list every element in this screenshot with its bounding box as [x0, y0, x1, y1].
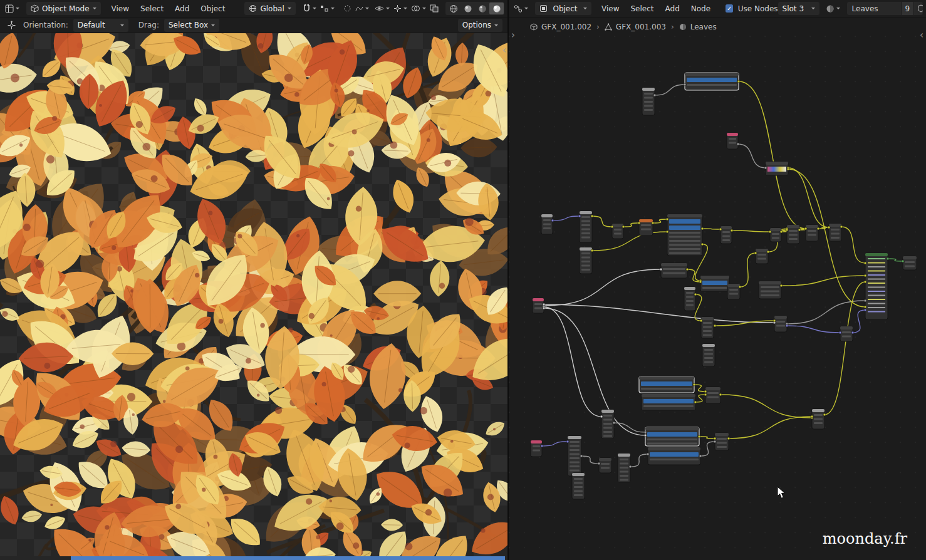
- shader-node[interactable]: [580, 247, 592, 274]
- shader-node[interactable]: [759, 281, 781, 299]
- shader-node[interactable]: [642, 88, 655, 115]
- shader-node[interactable]: [787, 225, 799, 244]
- transform-orientation-dropdown[interactable]: Global: [244, 2, 295, 15]
- xray-toggle[interactable]: [428, 2, 440, 15]
- shader-node[interactable]: [618, 454, 630, 482]
- shader-node[interactable]: [766, 162, 788, 175]
- shader-node[interactable]: [642, 394, 695, 410]
- shader-node[interactable]: [599, 458, 611, 473]
- menu-view[interactable]: View: [596, 3, 625, 15]
- menu-view[interactable]: View: [106, 3, 135, 15]
- material-name-field[interactable]: Leaves: [847, 2, 901, 15]
- shader-node[interactable]: [601, 410, 614, 438]
- shader-node[interactable]: [715, 433, 729, 450]
- menu-select[interactable]: Select: [625, 3, 659, 15]
- menu-add[interactable]: Add: [660, 3, 685, 15]
- shader-node[interactable]: [639, 376, 694, 393]
- orientation-label: Orientation:: [23, 21, 68, 29]
- shader-node[interactable]: [533, 298, 544, 313]
- shading-rendered-button[interactable]: [489, 3, 504, 14]
- shader-node[interactable]: [568, 436, 581, 476]
- shader-node[interactable]: [667, 214, 702, 256]
- options-dropdown[interactable]: Options: [458, 19, 502, 32]
- node-graph-canvas[interactable]: [509, 36, 926, 560]
- shader-node[interactable]: [580, 211, 592, 242]
- active-tool-button[interactable]: [5, 19, 18, 32]
- shading-material-button[interactable]: [475, 3, 489, 14]
- shader-node[interactable]: [572, 473, 585, 499]
- shading-wireframe-button[interactable]: [446, 3, 460, 14]
- shader-node[interactable]: [727, 133, 738, 149]
- chevron-down-icon: [211, 24, 215, 26]
- breadcrumb-separator: ›: [671, 23, 674, 31]
- chevron-down-icon: [583, 8, 587, 9]
- overlays-dropdown[interactable]: [409, 2, 428, 15]
- shader-node[interactable]: [756, 249, 768, 264]
- shader-node[interactable]: [684, 287, 695, 311]
- options-label: Options: [462, 21, 491, 29]
- material-users-count-button[interactable]: 9: [901, 2, 914, 15]
- chevron-down-icon: [365, 8, 369, 9]
- sidebar-toggle-arrow[interactable]: ‹: [502, 46, 506, 54]
- breadcrumb-item-material[interactable]: Leaves: [679, 23, 717, 31]
- shader-type-dropdown[interactable]: Object: [535, 2, 591, 15]
- orientation-default-dropdown[interactable]: Default: [73, 19, 128, 32]
- shader-node[interactable]: [648, 447, 700, 465]
- shader-node[interactable]: [541, 214, 553, 234]
- shader-node[interactable]: [829, 224, 841, 241]
- editor-type-button[interactable]: [3, 2, 21, 15]
- shader-node[interactable]: [639, 219, 653, 236]
- material-name-widget: Leaves 9: [847, 2, 923, 15]
- breadcrumb-item-object[interactable]: GFX_001.002: [530, 23, 591, 31]
- shader-node[interactable]: [770, 228, 781, 242]
- breadcrumb-item-mesh[interactable]: GFX_001.003: [605, 23, 666, 31]
- snap-toggle-button[interactable]: [301, 2, 318, 15]
- region-toggle-arrow[interactable]: ›: [511, 31, 515, 39]
- shader-node[interactable]: [774, 316, 787, 332]
- menu-object[interactable]: Object: [195, 3, 231, 15]
- proportional-edit-button[interactable]: [341, 2, 353, 15]
- material-slot-dropdown[interactable]: Slot 3: [778, 2, 819, 15]
- shader-node[interactable]: [840, 326, 853, 341]
- shader-node[interactable]: [661, 263, 687, 278]
- shader-node[interactable]: [705, 387, 721, 403]
- drag-mode-dropdown[interactable]: Select Box: [164, 19, 219, 32]
- snap-settings-dropdown[interactable]: [318, 2, 336, 15]
- chevron-down-icon: [524, 8, 528, 9]
- shader-node[interactable]: [531, 440, 542, 457]
- shader-node[interactable]: [812, 409, 825, 429]
- use-nodes-checkbox[interactable]: ✓: [726, 4, 733, 13]
- visibility-dropdown[interactable]: [373, 2, 392, 15]
- proportional-falloff-dropdown[interactable]: [353, 2, 371, 15]
- menu-node[interactable]: Node: [685, 3, 716, 15]
- use-nodes-label: Use Nodes: [738, 4, 778, 13]
- shader-node[interactable]: [702, 344, 715, 366]
- shading-mode-group: [445, 2, 504, 15]
- fake-user-button[interactable]: [913, 2, 923, 15]
- object-cube-icon: [530, 23, 538, 31]
- shader-node[interactable]: [806, 225, 818, 241]
- orientation-default-label: Default: [78, 21, 105, 29]
- mode-dropdown[interactable]: Object Mode: [26, 2, 101, 15]
- region-toggle-arrow[interactable]: ‹: [920, 31, 923, 39]
- shading-solid-button[interactable]: [460, 3, 475, 14]
- shader-node[interactable]: [701, 317, 714, 338]
- shader-node[interactable]: [645, 427, 699, 446]
- chevron-down-icon: [836, 8, 840, 9]
- editor-type-button[interactable]: [512, 2, 530, 15]
- shader-node[interactable]: [700, 276, 729, 291]
- shader-node[interactable]: [727, 284, 740, 299]
- menu-select[interactable]: Select: [135, 3, 169, 15]
- viewport-render-canvas[interactable]: [0, 32, 507, 560]
- drag-mode-label: Select Box: [169, 21, 208, 29]
- browse-material-button[interactable]: [824, 2, 842, 15]
- menu-add[interactable]: Add: [169, 3, 195, 15]
- shader-node[interactable]: [721, 226, 732, 244]
- shader-node[interactable]: [865, 253, 888, 319]
- gizmos-dropdown[interactable]: [392, 2, 409, 15]
- shader-node[interactable]: [612, 224, 623, 239]
- panel-divider[interactable]: [507, 0, 509, 560]
- globe-icon: [249, 4, 257, 13]
- shader-node[interactable]: [903, 256, 917, 270]
- shader-node[interactable]: [685, 73, 739, 90]
